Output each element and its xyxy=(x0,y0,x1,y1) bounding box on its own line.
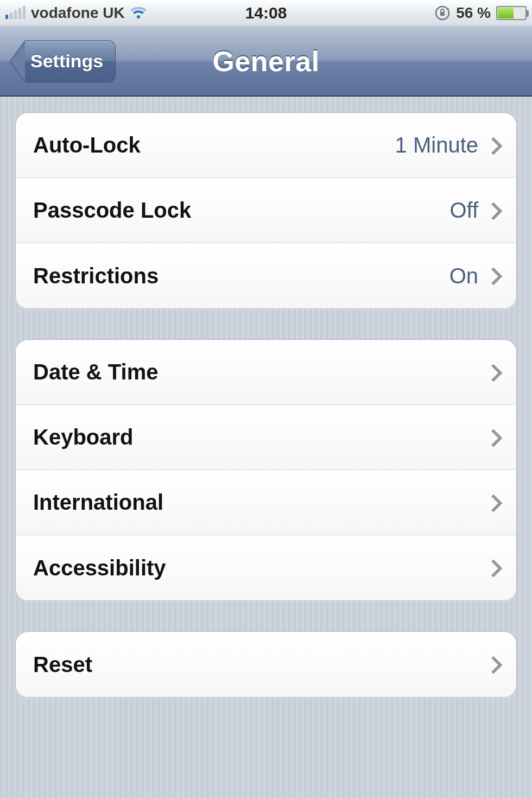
signal-strength-icon xyxy=(5,7,26,19)
row-label: International xyxy=(33,490,488,515)
row-label: Date & Time xyxy=(33,360,488,384)
row-label: Keyboard xyxy=(33,425,488,449)
chevron-right-icon xyxy=(488,655,501,674)
chevron-right-icon xyxy=(488,136,501,155)
row-accessibility[interactable]: Accessibility xyxy=(16,535,516,600)
row-date-time[interactable]: Date & Time xyxy=(16,340,516,405)
row-label: Reset xyxy=(33,653,488,677)
svg-rect-1 xyxy=(440,12,445,16)
settings-group-reset: Reset xyxy=(15,631,517,698)
chevron-right-icon xyxy=(488,493,501,512)
row-international[interactable]: International xyxy=(16,470,516,535)
chevron-right-icon xyxy=(488,363,501,382)
status-left: vodafone UK xyxy=(5,4,266,22)
row-label: Auto-Lock xyxy=(33,133,395,157)
carrier-label: vodafone UK xyxy=(31,4,125,22)
row-label: Passcode Lock xyxy=(33,198,449,223)
back-button[interactable]: Settings xyxy=(10,40,116,83)
status-right: 56 % xyxy=(266,4,527,22)
back-button-label: Settings xyxy=(30,50,103,72)
rotation-lock-icon xyxy=(434,5,451,21)
chevron-right-icon xyxy=(488,201,501,220)
navigation-bar: Settings General xyxy=(0,26,532,97)
content-area: Auto-Lock 1 Minute Passcode Lock Off Res… xyxy=(0,97,532,798)
row-value: 1 Minute xyxy=(395,133,478,157)
battery-icon xyxy=(496,6,527,20)
chevron-right-icon xyxy=(488,428,501,447)
wifi-icon xyxy=(130,7,147,20)
chevron-right-icon xyxy=(488,266,501,286)
settings-group-system: Date & Time Keyboard International Acces… xyxy=(15,339,517,601)
chevron-right-icon xyxy=(488,558,501,578)
row-label: Restrictions xyxy=(33,264,449,288)
page-title: General xyxy=(212,45,319,78)
row-value: On xyxy=(449,264,478,288)
row-passcode-lock[interactable]: Passcode Lock Off xyxy=(16,178,516,243)
row-value: Off xyxy=(449,198,478,223)
status-bar: vodafone UK 14:08 56 % xyxy=(0,0,532,26)
clock-label: 14:08 xyxy=(245,4,287,22)
row-restrictions[interactable]: Restrictions On xyxy=(16,243,516,308)
row-auto-lock[interactable]: Auto-Lock 1 Minute xyxy=(16,113,516,178)
battery-percent-label: 56 % xyxy=(456,4,491,22)
settings-group-security: Auto-Lock 1 Minute Passcode Lock Off Res… xyxy=(15,112,517,309)
row-reset[interactable]: Reset xyxy=(16,632,516,697)
row-keyboard[interactable]: Keyboard xyxy=(16,405,516,470)
row-label: Accessibility xyxy=(33,556,488,580)
